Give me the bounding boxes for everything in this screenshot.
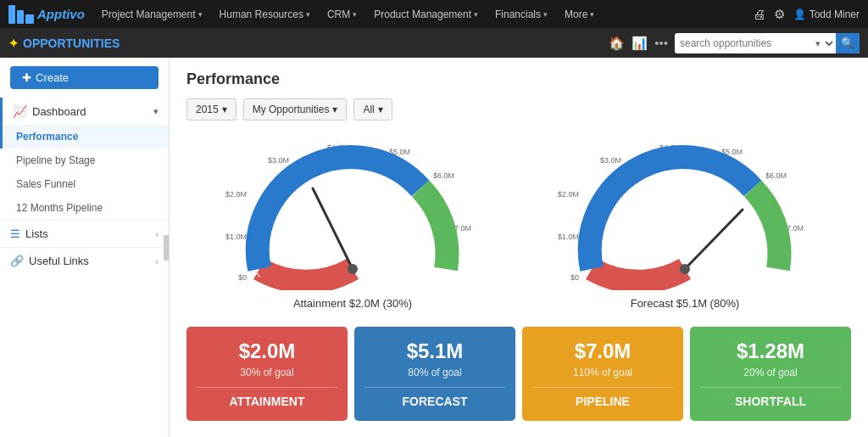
user-menu[interactable]: 👤 Todd Miner [793,8,860,20]
nav-human-resources[interactable]: Human Resources ▾ [213,0,317,28]
lists-label: Lists [25,227,48,240]
svg-rect-2 [25,14,34,24]
metric-shortfall: $1.28M 20% of goal SHORTFALL [690,327,851,421]
dashboard-label: Dashboard [32,105,86,118]
content-area: Performance 2015 ▾ My Opportunities ▾ Al… [170,58,868,437]
gauge-forecast-svg: $0 $1.0M $2.0M $3.0M $4.0M $5.0M $6.0M $… [558,137,812,290]
section-title: Performance [186,70,851,88]
svg-text:$1.0M: $1.0M [558,233,579,241]
svg-text:$3.0M: $3.0M [600,156,621,165]
svg-line-22 [685,210,743,269]
useful-links-arrow-icon: › [155,256,159,266]
main-layout: ✚ Create 📈 Dashboard ▾ Performance Pipel… [0,58,868,437]
nav-arrow-prod: ▾ [474,10,478,19]
page-title: ✦ OPPORTUNITIES [8,36,120,50]
chart-icon[interactable]: 📊 [632,36,648,51]
metric-shortfall-sub: 20% of goal [700,367,841,378]
nav-more[interactable]: More ▾ [558,0,601,28]
search-input[interactable] [675,37,810,49]
dots-icon[interactable]: ••• [654,36,668,50]
plus-icon: ✚ [22,71,31,84]
sidebar-item-dashboard[interactable]: 📈 Dashboard ▾ [0,98,169,125]
user-name: Todd Miner [810,8,860,20]
svg-rect-0 [8,5,15,24]
metric-pipeline-name: PIPELINE [532,387,673,408]
sidebar-item-useful-links[interactable]: 🔗 Useful Links › [0,247,169,274]
gauge-attainment-label: Attainment $2.0M (30%) [217,297,488,310]
metric-attainment-value: $2.0M [197,339,337,363]
all-filter[interactable]: All ▾ [353,98,392,120]
nav-arrow-pm: ▾ [198,10,203,19]
metric-pipeline-value: $7.0M [532,339,673,363]
svg-text:$2.0M: $2.0M [225,190,247,199]
all-filter-arrow: ▾ [378,104,383,115]
logo-icon [8,5,34,24]
svg-point-23 [680,264,690,274]
metric-attainment-sub: 30% of goal [197,367,337,378]
user-icon: 👤 [793,8,806,20]
printer-icon[interactable]: 🖨 [753,7,765,21]
nav-crm[interactable]: CRM ▾ [320,0,364,28]
sidebar: ✚ Create 📈 Dashboard ▾ Performance Pipel… [0,58,170,437]
svg-rect-1 [17,10,24,24]
metric-shortfall-name: SHORTFALL [700,387,841,408]
link-icon: 🔗 [10,255,24,267]
sidebar-item-lists[interactable]: ☰ Lists › [0,220,169,247]
nav-arrow-crm: ▾ [353,10,357,19]
gauges-row: $0 $1.0M $2.0M $3.0M $4.0M $5.0M $6.0M $… [186,137,851,310]
sidebar-item-performance[interactable]: Performance [0,125,169,148]
settings-icon[interactable]: ⚙ [774,7,785,22]
svg-text:$6.0M: $6.0M [433,171,454,180]
create-button[interactable]: ✚ Create [10,66,159,89]
metrics-row: $2.0M 30% of goal ATTAINMENT $5.1M 80% o… [186,327,851,421]
scope-filter[interactable]: My Opportunities ▾ [243,98,348,120]
dashboard-expand-icon: ▾ [153,106,159,117]
svg-text:$2.0M: $2.0M [558,190,579,199]
create-label: Create [36,71,69,84]
all-filter-value: All [363,104,374,115]
metric-pipeline-sub: 110% of goal [532,367,673,378]
nav-financials[interactable]: Financials ▾ [488,0,554,28]
gauge-attainment: $0 $1.0M $2.0M $3.0M $4.0M $5.0M $6.0M $… [217,137,488,310]
sidebar-collapse-button[interactable]: ‹ [164,235,170,261]
svg-line-12 [313,188,353,269]
home-icon[interactable]: 🏠 [609,36,625,51]
sub-header: ✦ OPPORTUNITIES 🏠 📊 ••• ▾ 🔍 [0,28,868,58]
metric-forecast: $5.1M 80% of goal FORECAST [354,327,515,421]
filter-bar: 2015 ▾ My Opportunities ▾ All ▾ [186,98,851,120]
svg-text:$0: $0 [238,273,247,282]
metric-attainment: $2.0M 30% of goal ATTAINMENT [186,327,348,421]
opportunities-icon: ✦ [8,36,19,50]
dashboard-submenu: Performance Pipeline by Stage Sales Funn… [0,125,169,220]
year-filter[interactable]: 2015 ▾ [186,98,236,120]
list-icon: ☰ [10,227,20,240]
metric-shortfall-value: $1.28M [700,339,841,363]
svg-text:$3.0M: $3.0M [268,156,289,165]
page-title-text: OPPORTUNITIES [23,36,120,50]
metric-forecast-sub: 80% of goal [364,367,505,378]
search-button[interactable]: 🔍 [836,33,860,53]
svg-text:$0: $0 [570,273,579,282]
lists-arrow-icon: › [155,229,159,239]
logo-text: Apptivo [37,7,85,21]
year-filter-arrow: ▾ [222,104,227,115]
gauge-attainment-svg: $0 $1.0M $2.0M $3.0M $4.0M $5.0M $6.0M $… [225,137,480,290]
gauge-forecast-label: Forecast $5.1M (80%) [549,297,821,310]
sidebar-item-12months[interactable]: 12 Months Pipeline [0,196,169,220]
nav-arrow-more: ▾ [590,10,594,19]
nav-project-management[interactable]: Project Management ▾ [95,0,209,28]
scope-filter-value: My Opportunities [253,104,330,115]
svg-text:$1.0M: $1.0M [225,233,247,241]
top-nav: Apptivo Project Management ▾ Human Resou… [0,0,868,28]
nav-icons: 🖨 ⚙ 👤 Todd Miner [753,7,860,22]
sidebar-item-pipeline-stage[interactable]: Pipeline by Stage [0,148,169,172]
nav-product-management[interactable]: Product Management ▾ [367,0,485,28]
useful-links-label: Useful Links [29,255,89,267]
dashboard-icon: 📈 [13,104,27,118]
search-scope-dropdown[interactable]: ▾ [810,37,836,49]
metric-forecast-name: FORECAST [364,387,505,408]
search-box: ▾ 🔍 [675,33,860,53]
svg-point-13 [348,264,358,274]
metric-attainment-name: ATTAINMENT [197,387,337,408]
sidebar-item-sales-funnel[interactable]: Sales Funnel [0,172,169,196]
